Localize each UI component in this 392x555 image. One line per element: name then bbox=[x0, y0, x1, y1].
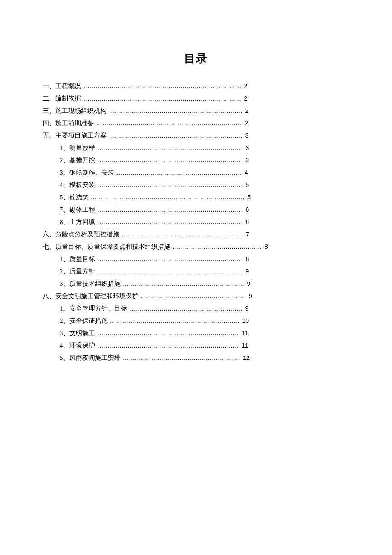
toc-page: 2 bbox=[244, 83, 248, 89]
toc-dots: ........................................… bbox=[84, 95, 242, 102]
toc-entry: 三、施工现场组织机构..............................… bbox=[43, 108, 349, 114]
toc-dots: ........................................… bbox=[98, 330, 239, 336]
toc-entry: 3、质量技术组织措施..............................… bbox=[43, 281, 349, 287]
toc-ordinal: 1、 bbox=[60, 145, 69, 151]
toc-dots: ........................................… bbox=[98, 219, 243, 225]
toc-dots: ........................................… bbox=[141, 293, 246, 299]
toc-ordinal: 二、 bbox=[43, 95, 55, 102]
toc-ordinal: 5、 bbox=[60, 355, 69, 361]
toc-entry: 7、砌体工程..................................… bbox=[43, 207, 349, 213]
toc-label: 质量技术组织措施 bbox=[69, 281, 121, 287]
toc-ordinal: 七、 bbox=[43, 244, 55, 250]
toc-entry: 二、编制依据..................................… bbox=[43, 95, 349, 102]
toc-label: 安全管理方针、目标 bbox=[69, 305, 127, 312]
toc-label: 砌体工程 bbox=[69, 207, 95, 213]
toc-page: 8 bbox=[265, 244, 268, 250]
toc-dots: ........................................… bbox=[173, 244, 262, 250]
toc-label: 砼浇筑 bbox=[69, 194, 89, 201]
toc-entry: 一、工程概况..................................… bbox=[43, 83, 349, 89]
toc-dots: ........................................… bbox=[123, 355, 241, 361]
toc-entry: 5、风雨夜间施工安排..............................… bbox=[43, 355, 349, 361]
toc-entry: 2、基槽开挖..................................… bbox=[43, 157, 349, 164]
toc-page: 3 bbox=[245, 132, 249, 138]
toc-label: 文明施工 bbox=[69, 330, 95, 336]
toc-entry: 4、环境保护..................................… bbox=[43, 342, 349, 349]
toc-dots: ........................................… bbox=[98, 207, 243, 213]
toc-entry: 2、质量方针..................................… bbox=[43, 268, 349, 275]
toc-label: 危险点分析及预控措施 bbox=[55, 231, 119, 238]
toc-ordinal: 7、 bbox=[60, 207, 69, 213]
toc-ordinal: 四、 bbox=[43, 120, 55, 127]
toc-page: 2 bbox=[245, 120, 248, 126]
toc-page: 6 bbox=[246, 219, 249, 225]
toc-label: 主要项目施工方案 bbox=[55, 132, 107, 139]
toc-label: 钢筋制作、安装 bbox=[69, 170, 114, 176]
toc-ordinal: 4、 bbox=[60, 342, 69, 349]
toc-entry: 五、主要项目施工方案..............................… bbox=[43, 132, 349, 139]
toc-ordinal: 一、 bbox=[43, 83, 55, 89]
toc-entry: 八、安全文明施工管理和环境保护.........................… bbox=[43, 293, 349, 299]
toc-page: 11 bbox=[242, 342, 248, 348]
toc-label: 工程概况 bbox=[55, 83, 81, 89]
toc-entry: 1、测量放样..................................… bbox=[43, 145, 349, 151]
toc-dots: ........................................… bbox=[98, 342, 239, 349]
toc-entry: 六、危险点分析及预控措施............................… bbox=[43, 231, 349, 238]
toc-page: 7 bbox=[246, 231, 249, 237]
toc-label: 安全保证措施 bbox=[69, 318, 108, 324]
toc-dots: ........................................… bbox=[123, 281, 245, 287]
toc-dots: ........................................… bbox=[91, 194, 245, 201]
toc-ordinal: 2、 bbox=[60, 268, 69, 275]
toc-page: 2 bbox=[244, 95, 248, 101]
toc-entry: 3、文明施工..................................… bbox=[43, 330, 349, 336]
toc-label: 土方回填 bbox=[69, 219, 95, 225]
toc-ordinal: 2、 bbox=[60, 157, 69, 164]
toc-label: 测量放样 bbox=[69, 145, 95, 151]
toc-ordinal: 4、 bbox=[60, 182, 69, 188]
toc-page: 3 bbox=[246, 157, 249, 163]
toc-dots: ........................................… bbox=[98, 268, 243, 275]
toc-ordinal: 六、 bbox=[43, 231, 55, 238]
toc-page: 10 bbox=[242, 318, 249, 324]
toc-dots: ........................................… bbox=[110, 318, 240, 324]
toc-label: 质量目标、质量保障要点和技术组织措施 bbox=[55, 244, 170, 250]
toc-entry: 四、施工前期准备................................… bbox=[43, 120, 349, 127]
toc-label: 模板安装 bbox=[69, 182, 95, 188]
toc-dots: ........................................… bbox=[84, 83, 242, 89]
toc-label: 风雨夜间施工安排 bbox=[69, 355, 121, 361]
toc-label: 安全文明施工管理和环境保护 bbox=[55, 293, 138, 299]
toc-dots: ........................................… bbox=[130, 305, 243, 312]
toc-label: 编制依据 bbox=[55, 95, 81, 102]
toc-ordinal: 2、 bbox=[60, 318, 69, 324]
toc-page: 3 bbox=[246, 145, 249, 151]
toc-entry: 1、质量目标..................................… bbox=[43, 256, 349, 262]
toc-dots: ........................................… bbox=[109, 132, 243, 139]
toc-ordinal: 5、 bbox=[60, 194, 69, 201]
toc-ordinal: 1、 bbox=[60, 305, 69, 312]
toc-label: 施工现场组织机构 bbox=[55, 108, 107, 114]
toc-dots: ........................................… bbox=[98, 182, 243, 188]
toc-page: 12 bbox=[243, 355, 250, 361]
toc-ordinal: 3、 bbox=[60, 170, 69, 176]
toc-page: 6 bbox=[246, 207, 249, 213]
toc-dots: ........................................… bbox=[98, 145, 243, 151]
toc-label: 施工前期准备 bbox=[55, 120, 94, 127]
toc-ordinal: 三、 bbox=[43, 108, 55, 114]
toc-entry: 3、钢筋制作、安装...............................… bbox=[43, 170, 349, 176]
toc-ordinal: 8、 bbox=[60, 219, 69, 225]
toc-entry: 七、质量目标、质量保障要点和技术组织措施....................… bbox=[43, 244, 349, 250]
toc-label: 基槽开挖 bbox=[69, 157, 95, 164]
toc-entry: 4、模板安装..................................… bbox=[43, 182, 349, 188]
toc-entry: 8、土方回填..................................… bbox=[43, 219, 349, 225]
toc-page: 5 bbox=[248, 194, 251, 200]
toc-entry: 2、安全保证措施................................… bbox=[43, 318, 349, 324]
toc-ordinal: 1、 bbox=[60, 256, 69, 262]
toc-ordinal: 八、 bbox=[43, 293, 55, 299]
toc-dots: ........................................… bbox=[122, 231, 243, 238]
toc-ordinal: 3、 bbox=[60, 281, 69, 287]
toc-page: 9 bbox=[249, 293, 252, 299]
toc-dots: ........................................… bbox=[98, 256, 243, 262]
toc-page: 4 bbox=[245, 170, 248, 175]
table-of-contents: 一、工程概况..................................… bbox=[43, 83, 349, 361]
toc-page: 5 bbox=[246, 182, 249, 188]
toc-dots: ........................................… bbox=[117, 170, 242, 176]
